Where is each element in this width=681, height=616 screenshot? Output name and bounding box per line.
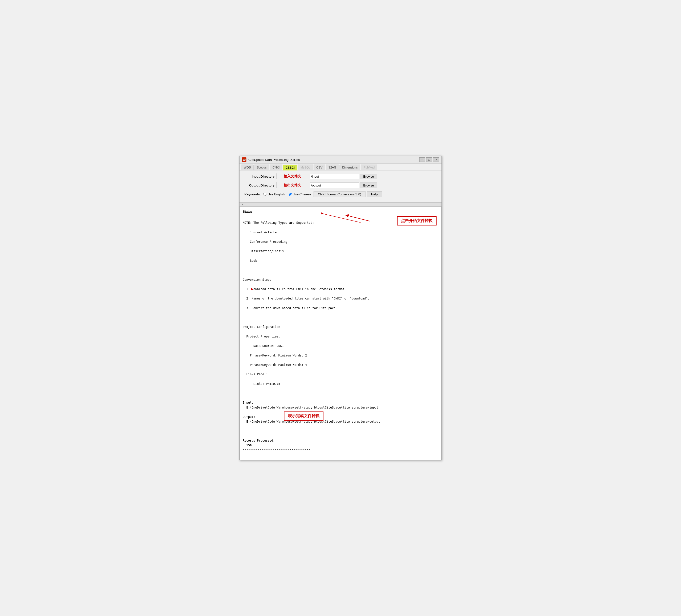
stars-line: ************************************ [243, 449, 310, 452]
keywords-label: Keywords: [245, 192, 261, 196]
status-content: NOTE: The Following Types are Supported:… [243, 216, 438, 457]
main-window: ☕ CiteSpace: Data Processing Utilities ─… [239, 156, 442, 460]
phrase-min: Phrase/Keyword: Minimum Words: 2 [243, 354, 307, 357]
status-panel: Status NOTE: The Following Types are Sup… [239, 207, 442, 460]
input-dir-row: Input Directory 输入文件夹 Browse [245, 173, 436, 179]
app-icon: ☕ [242, 157, 247, 162]
use-chinese-label: Use Chinese [293, 192, 311, 196]
keywords-row: Keywords: Use English Use Chinese CNKI F… [245, 191, 436, 197]
collapse-arrow-icon: ▲ [241, 203, 244, 206]
tab-bar: WOS Scopus CNKI CSSCI MySQL CSV S2AG Dim… [239, 164, 442, 170]
type-journal: Journal Article [243, 231, 277, 234]
use-chinese-option[interactable]: Use Chinese [288, 192, 311, 196]
type-dissertation: Dissertation/Thesis [243, 249, 284, 253]
note-line: NOTE: The Following Types are Supported: [243, 221, 314, 224]
type-conference: Conference Proceeding [243, 240, 287, 243]
project-header: Project Configuration [243, 325, 280, 329]
data-source: Data Source: CNKI [243, 344, 284, 348]
window-title: CiteSpace: Data Processing Utilities [248, 158, 300, 162]
close-button[interactable]: ✕ [433, 157, 439, 162]
links-panel: Links Panel: [243, 373, 268, 376]
conversion-step3: 3. Convert the downloaded data files for… [243, 306, 337, 310]
language-radio-group: Use English Use Chinese [263, 192, 311, 196]
tab-mysql: MySQL [298, 164, 313, 170]
phrase-max: Phrase/Keyword: Maximum Words: 4 [243, 363, 307, 367]
output-divider [277, 182, 277, 188]
output-dir-row: Output Directory 输出文件夹 Browse [245, 182, 436, 188]
tab-dimensions[interactable]: Dimensions [339, 164, 360, 170]
output-dir-field[interactable] [310, 183, 359, 188]
project-properties: Project Properties: [243, 335, 280, 338]
annotation-conversion-complete: 表示完成文件转换 [284, 411, 324, 421]
use-english-label: Use English [268, 192, 284, 196]
tab-s2ag[interactable]: S2AG [326, 164, 339, 170]
main-content: Input Directory 输入文件夹 Browse Output Dire… [239, 170, 442, 202]
help-button[interactable]: Help [367, 191, 382, 197]
type-book: Book [243, 259, 257, 263]
title-bar-left: ☕ CiteSpace: Data Processing Utilities [242, 157, 300, 162]
minimize-button[interactable]: ─ [419, 157, 425, 162]
tab-wos[interactable]: WOS [241, 164, 254, 170]
links-pmi: Links: PMI=0.75 [243, 382, 280, 385]
cnki-conversion-button[interactable]: CNKI Format Conversion (3.0) [313, 191, 365, 197]
records-label: Records Processed: [243, 439, 275, 442]
collapse-bar[interactable]: ▲ [239, 202, 442, 207]
status-title: Status [243, 209, 438, 214]
input-path: E:\OneDrive\Code Warehouse\self-study bl… [243, 406, 378, 409]
input-dir-field[interactable] [310, 174, 359, 179]
annotation-click-convert: 点击开始文件转换 [397, 216, 436, 225]
tab-pubmed: PubMed [361, 164, 377, 170]
tab-csv[interactable]: CSV [313, 164, 325, 170]
conversion-step1: 1. Download data files from CNKI in the … [243, 287, 346, 291]
output-label: Output: [243, 415, 255, 419]
action-buttons: CNKI Format Conversion (3.0) Help [313, 191, 382, 197]
records-count: 150 [243, 444, 252, 447]
title-buttons: ─ □ ✕ [419, 157, 439, 162]
tab-cssci[interactable]: CSSCI [283, 165, 297, 170]
tab-scopus[interactable]: Scopus [254, 164, 269, 170]
use-english-radio[interactable] [263, 193, 267, 196]
input-dir-label: Input Directory [245, 175, 277, 178]
maximize-button[interactable]: □ [426, 157, 432, 162]
use-chinese-radio[interactable] [288, 193, 292, 196]
input-divider [277, 173, 277, 179]
input-dir-chinese: 输入文件夹 [280, 174, 305, 179]
status-container: Status NOTE: The Following Types are Sup… [239, 207, 442, 460]
conversion-header: Conversion Steps [243, 278, 271, 282]
output-browse-button[interactable]: Browse [360, 183, 377, 188]
input-browse-button[interactable]: Browse [360, 174, 377, 179]
conversion-step2: 2. Names of the downloaded files can sta… [243, 297, 370, 300]
input-label: Input: [243, 401, 253, 404]
use-english-option[interactable]: Use English [263, 192, 284, 196]
title-bar: ☕ CiteSpace: Data Processing Utilities ─… [239, 156, 442, 164]
output-dir-chinese: 输出文件夹 [280, 183, 305, 187]
tab-cnki[interactable]: CNKI [270, 164, 282, 170]
output-dir-label: Output Directory [245, 184, 277, 187]
